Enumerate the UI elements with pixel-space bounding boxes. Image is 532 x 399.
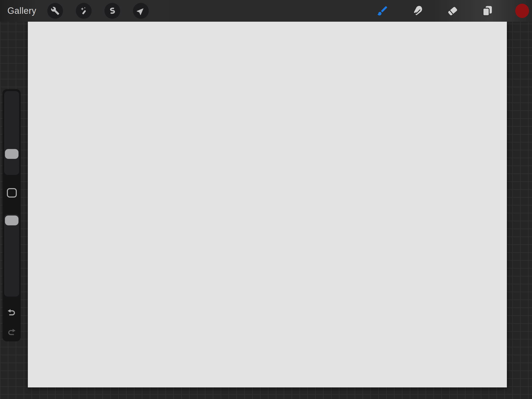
paint-tool-button[interactable] (375, 4, 390, 18)
undo-button[interactable] (6, 307, 17, 318)
workspace-background: Gallery (0, 0, 532, 399)
opacity-slider[interactable] (4, 214, 19, 297)
opacity-handle[interactable] (5, 216, 18, 225)
drawing-canvas[interactable] (28, 22, 507, 387)
adjustments-button[interactable] (76, 3, 92, 19)
transform-arrow-icon (136, 6, 145, 15)
paintbrush-icon (376, 5, 389, 17)
selection-button[interactable] (104, 3, 120, 19)
magic-wand-icon (79, 6, 88, 15)
smudge-tool-button[interactable] (410, 4, 425, 18)
color-swatch[interactable] (515, 4, 529, 18)
smudge-finger-icon (411, 5, 424, 17)
right-tool-group (375, 0, 529, 22)
modify-button[interactable] (7, 188, 17, 198)
transform-button[interactable] (133, 3, 149, 19)
actions-button[interactable] (47, 3, 63, 19)
selection-s-icon (108, 6, 117, 15)
top-toolbar: Gallery (0, 0, 532, 22)
layers-icon (481, 5, 494, 17)
wrench-icon (51, 6, 60, 15)
brush-size-slider[interactable] (4, 91, 19, 175)
brush-size-handle[interactable] (5, 149, 18, 159)
gallery-button[interactable]: Gallery (7, 0, 36, 22)
layers-button[interactable] (480, 4, 495, 18)
redo-button[interactable] (6, 327, 17, 338)
sidebar (2, 89, 21, 341)
undo-icon (6, 308, 17, 318)
eraser-icon (446, 5, 459, 17)
eraser-tool-button[interactable] (445, 4, 460, 18)
left-tool-group (47, 0, 149, 22)
redo-icon (6, 327, 17, 338)
